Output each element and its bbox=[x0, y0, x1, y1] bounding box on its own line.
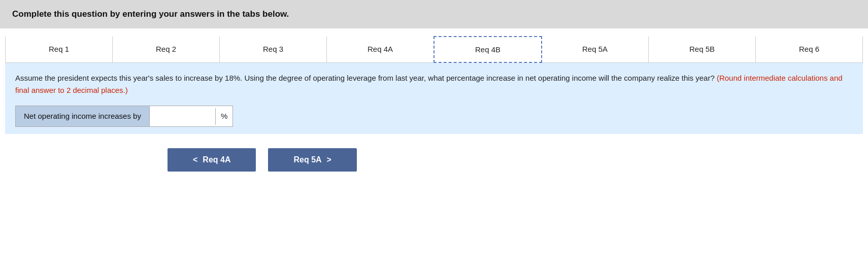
next-button[interactable]: Req 5A > bbox=[268, 148, 356, 172]
nav-buttons: < Req 4A Req 5A > bbox=[5, 148, 863, 172]
header-instruction: Complete this question by entering your … bbox=[0, 0, 868, 28]
prev-button[interactable]: < Req 4A bbox=[168, 148, 256, 172]
tab-req2[interactable]: Req 2 bbox=[113, 37, 220, 62]
answer-row: Net operating income increases by % bbox=[15, 106, 233, 127]
answer-label: Net operating income increases by bbox=[16, 106, 150, 126]
next-label: Req 5A bbox=[293, 155, 321, 164]
tab-req1[interactable]: Req 1 bbox=[6, 37, 113, 62]
prev-icon: < bbox=[193, 155, 197, 164]
tab-req3[interactable]: Req 3 bbox=[220, 37, 327, 62]
answer-input[interactable] bbox=[150, 108, 216, 125]
tab-req4a[interactable]: Req 4A bbox=[327, 37, 434, 62]
content-area: Assume the president expects this year's… bbox=[5, 63, 863, 134]
main-content: Req 1 Req 2 Req 3 Req 4A Req 4B Req 5A R… bbox=[0, 37, 868, 182]
tab-req5b[interactable]: Req 5B bbox=[649, 37, 756, 62]
instruction-text: Complete this question by entering your … bbox=[12, 9, 289, 19]
tab-req4b[interactable]: Req 4B bbox=[433, 36, 542, 63]
question-text: Assume the president expects this year's… bbox=[15, 72, 853, 96]
next-icon: > bbox=[327, 155, 331, 164]
percent-unit: % bbox=[216, 106, 232, 126]
prev-label: Req 4A bbox=[203, 155, 230, 164]
tab-req5a[interactable]: Req 5A bbox=[542, 37, 649, 62]
tab-req6[interactable]: Req 6 bbox=[756, 37, 862, 62]
tabs-container: Req 1 Req 2 Req 3 Req 4A Req 4B Req 5A R… bbox=[5, 37, 863, 63]
